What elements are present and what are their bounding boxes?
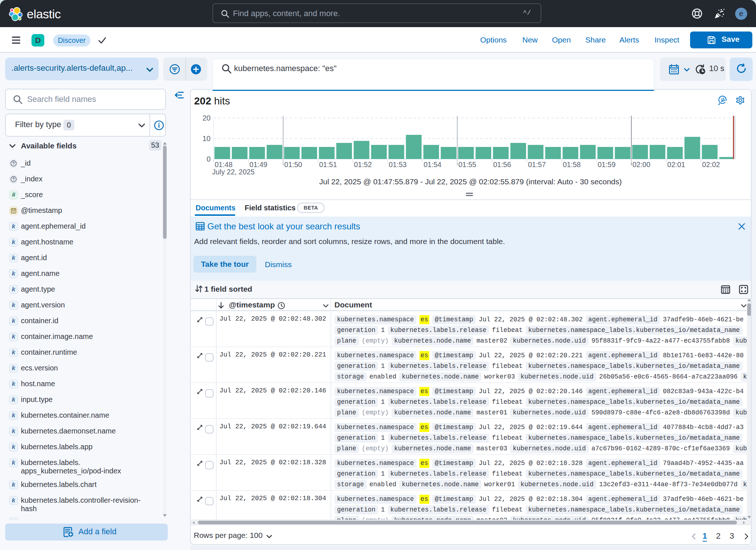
svg-text:01:56: 01:56	[493, 160, 511, 169]
svg-text:02:00: 02:00	[633, 160, 651, 169]
svg-text:0: 0	[207, 155, 211, 163]
svg-text:10: 10	[203, 134, 211, 143]
svg-text:July 22, 2025: July 22, 2025	[212, 168, 255, 176]
svg-text:20: 20	[203, 114, 211, 122]
svg-text:02:01: 02:01	[667, 160, 685, 169]
svg-text:01:59: 01:59	[598, 160, 616, 169]
svg-text:01:52: 01:52	[354, 160, 372, 169]
svg-text:02:02: 02:02	[702, 160, 720, 169]
svg-text:01:54: 01:54	[423, 160, 441, 169]
svg-text:01:53: 01:53	[389, 160, 407, 169]
svg-text:01:55: 01:55	[458, 160, 476, 169]
svg-text:01:50: 01:50	[284, 160, 302, 169]
svg-text:01:51: 01:51	[319, 160, 337, 169]
svg-text:01:57: 01:57	[528, 160, 546, 169]
svg-text:01:58: 01:58	[563, 160, 581, 169]
svg-text:01:48: 01:48	[215, 160, 233, 169]
svg-text:01:49: 01:49	[249, 160, 267, 169]
